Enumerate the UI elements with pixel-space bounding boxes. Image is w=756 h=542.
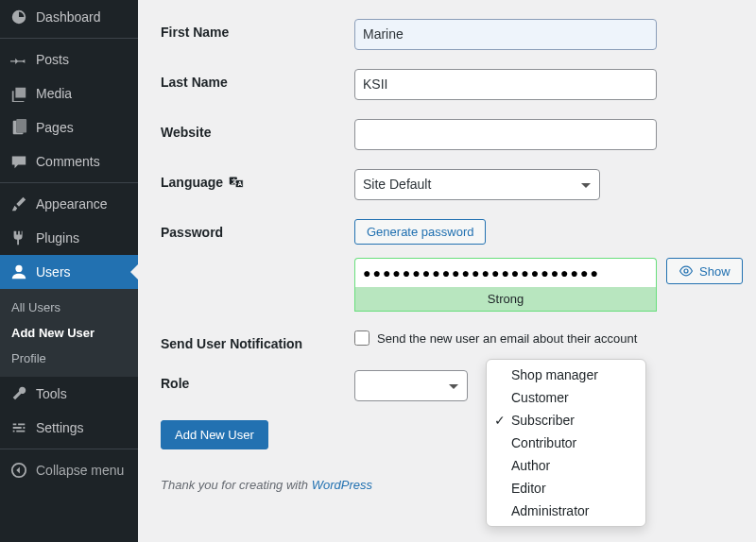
- row-website: Website: [161, 119, 743, 150]
- add-new-user-button[interactable]: Add New User: [161, 420, 268, 449]
- submenu-all-users[interactable]: All Users: [0, 295, 138, 320]
- role-select[interactable]: [354, 370, 468, 401]
- svg-text:A: A: [238, 180, 243, 187]
- row-last-name: Last Name: [161, 69, 743, 100]
- admin-sidebar: Dashboard Posts Media Pages Comments App…: [0, 0, 138, 542]
- password-strength-indicator: Strong: [354, 287, 657, 312]
- role-option-shop-manager[interactable]: Shop manager: [487, 364, 645, 386]
- sidebar-item-media[interactable]: Media: [0, 76, 138, 110]
- label-password: Password: [161, 219, 354, 240]
- svg-rect-2: [16, 119, 26, 132]
- sidebar-item-label: Settings: [36, 420, 84, 435]
- row-role: Role: [161, 370, 743, 401]
- pin-icon: [9, 50, 28, 69]
- sidebar-item-posts[interactable]: Posts: [0, 38, 138, 76]
- generate-password-button[interactable]: Generate password: [354, 219, 486, 245]
- sidebar-item-comments[interactable]: Comments: [0, 144, 138, 178]
- sidebar-item-label: Dashboard: [36, 9, 101, 25]
- sidebar-item-label: Users: [36, 264, 71, 279]
- sidebar-item-label: Collapse menu: [36, 463, 124, 478]
- comments-icon: [9, 152, 28, 171]
- language-select[interactable]: [354, 169, 600, 200]
- translate-icon: 文A: [229, 175, 244, 190]
- label-notification: Send User Notification: [161, 330, 354, 351]
- sidebar-item-settings[interactable]: Settings: [0, 411, 138, 445]
- sidebar-item-tools[interactable]: Tools: [0, 377, 138, 411]
- first-name-input[interactable]: [354, 19, 657, 50]
- sidebar-item-dashboard[interactable]: Dashboard: [0, 0, 138, 34]
- website-input[interactable]: [354, 119, 657, 150]
- pages-icon: [9, 118, 28, 137]
- eye-icon: [679, 263, 694, 279]
- sidebar-item-label: Plugins: [36, 230, 79, 246]
- row-first-name: First Name: [161, 19, 743, 50]
- wordpress-link[interactable]: WordPress: [312, 478, 372, 492]
- media-icon: [9, 84, 28, 103]
- label-last-name: Last Name: [161, 69, 354, 90]
- brush-icon: [9, 195, 28, 213]
- sidebar-item-users[interactable]: Users: [0, 255, 138, 289]
- main-content: First Name Last Name Website Language 文A: [138, 0, 756, 542]
- dashboard-icon: [9, 8, 28, 26]
- notification-checkbox-label[interactable]: Send the new user an email about their a…: [354, 330, 743, 346]
- svg-point-9: [684, 269, 688, 273]
- user-icon: [9, 263, 28, 281]
- sidebar-item-plugins[interactable]: Plugins: [0, 221, 138, 255]
- submenu-add-new-user[interactable]: Add New User: [0, 320, 138, 346]
- sidebar-submenu-users: All Users Add New User Profile: [0, 289, 138, 377]
- label-website: Website: [161, 119, 354, 140]
- submenu-profile[interactable]: Profile: [0, 346, 138, 371]
- show-password-button[interactable]: Show: [666, 258, 743, 284]
- role-option-customer[interactable]: Customer: [487, 386, 645, 409]
- sidebar-item-pages[interactable]: Pages: [0, 110, 138, 144]
- plug-icon: [9, 229, 28, 247]
- role-option-author[interactable]: Author: [487, 454, 645, 477]
- sidebar-collapse[interactable]: Collapse menu: [0, 449, 138, 487]
- label-role: Role: [161, 370, 354, 391]
- role-option-contributor[interactable]: Contributor: [487, 432, 645, 454]
- label-first-name: First Name: [161, 19, 354, 40]
- row-language: Language 文A: [161, 169, 743, 200]
- footer-credit: Thank you for creating with WordPress: [161, 478, 743, 492]
- role-dropdown-popup: Shop manager Customer Subscriber Contrib…: [486, 359, 646, 527]
- row-submit: Add New User: [161, 420, 743, 449]
- notification-checkbox[interactable]: [354, 330, 369, 346]
- svg-point-3: [15, 265, 22, 272]
- last-name-input[interactable]: [354, 69, 657, 100]
- role-option-administrator[interactable]: Administrator: [487, 500, 645, 522]
- label-language: Language 文A: [161, 169, 354, 190]
- sidebar-item-label: Appearance: [36, 196, 108, 212]
- svg-text:文: 文: [231, 178, 237, 184]
- row-notification: Send User Notification Send the new user…: [161, 330, 743, 351]
- sidebar-item-label: Tools: [36, 386, 67, 401]
- sliders-icon: [9, 418, 28, 437]
- sidebar-item-label: Pages: [36, 120, 74, 135]
- sidebar-item-appearance[interactable]: Appearance: [0, 182, 138, 221]
- notification-text: Send the new user an email about their a…: [377, 331, 637, 346]
- sidebar-item-label: Media: [36, 86, 72, 101]
- role-option-editor[interactable]: Editor: [487, 477, 645, 500]
- sidebar-item-label: Posts: [36, 52, 69, 67]
- password-input[interactable]: [354, 258, 657, 287]
- sidebar-item-label: Comments: [36, 154, 100, 169]
- wrench-icon: [9, 384, 28, 403]
- role-option-subscriber[interactable]: Subscriber: [487, 409, 645, 432]
- row-password: Password Generate password Strong Show: [161, 219, 743, 312]
- collapse-icon: [9, 461, 28, 480]
